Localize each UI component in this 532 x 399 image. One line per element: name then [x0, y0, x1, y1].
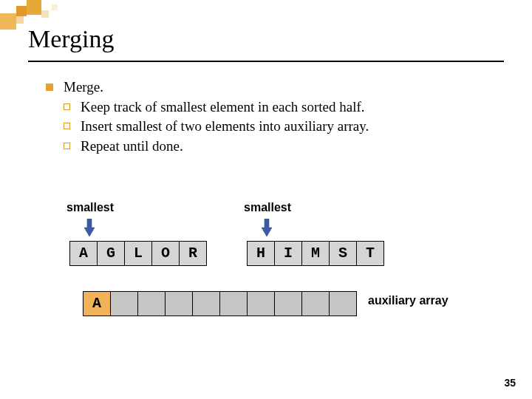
bullet-square-icon: [46, 83, 53, 91]
auxiliary-label: auxiliary array: [368, 294, 449, 307]
aux-cell: [137, 291, 166, 316]
array-cell: M: [301, 241, 330, 266]
bullet-main: Merge.: [64, 78, 103, 97]
array-cell: T: [356, 241, 384, 266]
array-cell: O: [151, 241, 180, 266]
slide-title: Merging: [28, 25, 114, 53]
smallest-label-right: smallest: [244, 201, 291, 214]
array-cell: A: [69, 241, 98, 266]
bullet-sub3: Repeat until done.: [81, 137, 183, 156]
array-cell: L: [124, 241, 152, 266]
aux-cell: [110, 291, 138, 316]
down-arrow-icon: [262, 219, 272, 235]
array-cell: G: [97, 241, 125, 266]
aux-cell: [301, 291, 330, 316]
smallest-label-left: smallest: [66, 201, 114, 214]
bullet-hollow-icon: [64, 143, 70, 149]
array-cell: I: [274, 241, 302, 266]
aux-cell: [192, 291, 220, 316]
right-array: H I M S T: [247, 241, 384, 266]
page-number: 35: [504, 377, 516, 389]
aux-cell: [247, 291, 275, 316]
down-arrow-icon: [84, 219, 95, 235]
array-cell: R: [179, 241, 207, 266]
aux-cell: [219, 291, 248, 316]
bullet-hollow-icon: [64, 103, 70, 110]
bullet-sub2: Insert smallest of two elements into aux…: [81, 117, 369, 136]
bullet-sub1: Keep track of smallest element in each s…: [81, 98, 365, 117]
bullet-hollow-icon: [64, 123, 70, 129]
title-underline: [28, 61, 504, 62]
array-cell: H: [247, 241, 275, 266]
array-cell: S: [329, 241, 357, 266]
left-array: A G L O R: [69, 241, 207, 266]
bullet-list: Merge. Keep track of smallest element in…: [46, 78, 489, 157]
aux-cell: [274, 291, 302, 316]
aux-cell: [329, 291, 357, 316]
aux-cell-highlight: A: [83, 291, 111, 316]
aux-cell: [165, 291, 193, 316]
auxiliary-array: A: [83, 291, 357, 316]
